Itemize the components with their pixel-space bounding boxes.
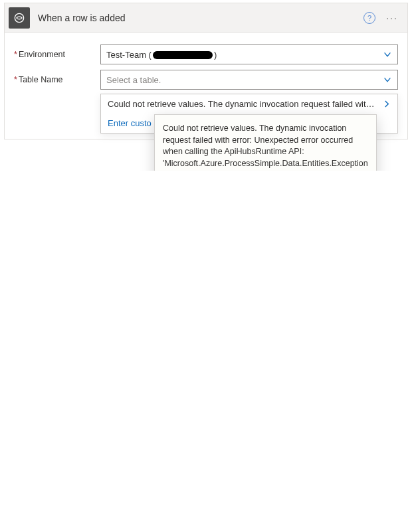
chevron-down-icon[interactable] — [383, 50, 392, 59]
scope-label-text: Scope — [19, 108, 42, 118]
trigger-title: When a row is added — [38, 13, 363, 23]
environment-value: Test-Team () — [106, 50, 383, 60]
environment-label-text: Environment — [19, 50, 65, 59]
dropdown-error-row[interactable]: Could not retrieve values. The dynamic i… — [101, 94, 397, 114]
environment-select[interactable]: Test-Team () — [100, 44, 398, 64]
environment-value-prefix: Test-Team ( — [106, 50, 152, 60]
table-select[interactable]: Select a table. — [100, 70, 398, 90]
environment-label: *Environment — [14, 50, 100, 59]
more-icon[interactable]: ··· — [383, 13, 401, 23]
scope-label: *Scope — [14, 108, 100, 118]
redacted-env-id — [153, 51, 213, 59]
chevron-right-icon[interactable] — [383, 100, 391, 108]
error-body: Could not retrieve values. The dynamic i… — [163, 123, 369, 171]
chevron-down-icon[interactable] — [383, 75, 392, 84]
table-row: *Table Name Select a table. — [14, 70, 398, 90]
table-label-text: Table Name — [19, 75, 63, 84]
card-header: When a row is added ? ··· — [5, 3, 407, 33]
table-label: *Table Name — [14, 75, 100, 84]
dropdown-error-text: Could not retrieve values. The dynamic i… — [108, 99, 378, 109]
environment-row: *Environment Test-Team () — [14, 44, 398, 64]
error-tooltip: Could not retrieve values. The dynamic i… — [154, 114, 377, 171]
err-line-2a: 'Microsoft.Azure.ProcessSimple.Data.Enti… — [163, 158, 369, 171]
table-placeholder: Select a table. — [106, 75, 383, 85]
err-line-1: Could not retrieve values. The dynamic i… — [163, 123, 369, 158]
dataverse-trigger-icon — [9, 7, 30, 29]
help-icon[interactable]: ? — [363, 12, 375, 24]
environment-value-suffix: ) — [214, 50, 217, 60]
